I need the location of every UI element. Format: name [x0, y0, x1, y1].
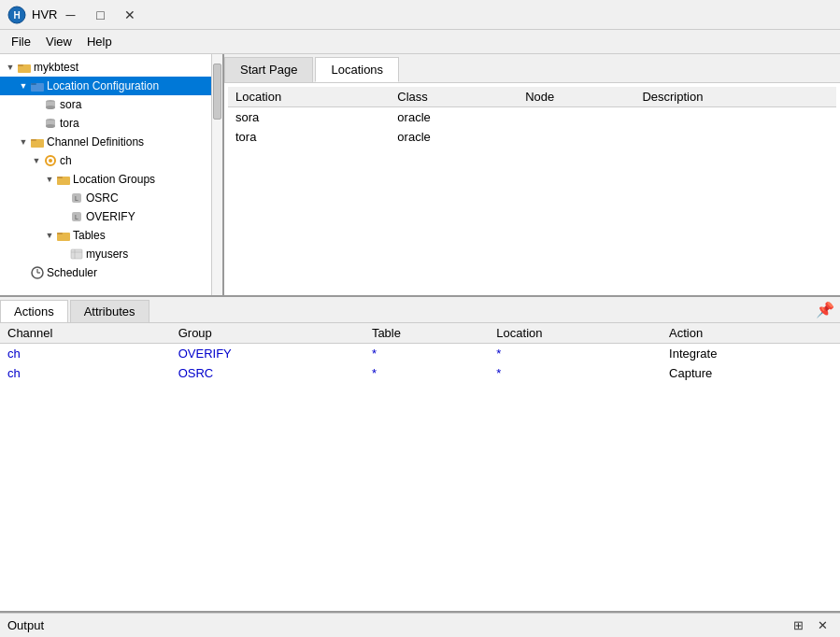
tab-start-page[interactable]: Start Page — [224, 57, 313, 82]
expand-ch[interactable]: ▼ — [30, 154, 43, 167]
folder-icon — [17, 60, 32, 75]
cell-node — [518, 107, 634, 128]
cell-class: oracle — [390, 107, 518, 128]
actions-table-container: Channel Group Table Location Action ch O… — [0, 323, 840, 611]
expand-loc-config[interactable]: ▼ — [17, 79, 30, 92]
svg-rect-24 — [71, 249, 82, 259]
actions-table-row[interactable]: ch OVERIFY * * Integrate — [0, 344, 840, 364]
tree-container: ▼ mykbtest ▼ Location Configuration — [0, 54, 222, 295]
tree-node-myusers[interactable]: · myusers — [0, 245, 222, 263]
cell-channel: ch — [0, 363, 171, 383]
tree-node-sora[interactable]: · sora — [0, 95, 222, 114]
window-controls: ─ □ ✕ — [57, 4, 143, 26]
col-header-action-location: Location — [489, 323, 662, 344]
cell-group: OVERIFY — [171, 344, 364, 364]
menu-file[interactable]: File — [4, 32, 38, 51]
folder-icon-locgroups — [56, 172, 71, 187]
menu-view[interactable]: View — [38, 32, 79, 51]
tree-node-label: mykbtest — [34, 61, 78, 74]
tree-node-label-loc-groups: Location Groups — [73, 173, 155, 186]
cell-class: oracle — [390, 127, 518, 147]
bottom-tabs: Actions Attributes 📌 — [0, 297, 840, 323]
tree-node-label-ch: ch — [60, 154, 72, 167]
loc-icon-osrc: L — [69, 191, 84, 205]
cell-table: * — [364, 344, 489, 364]
tree-node-label-tora: tora — [60, 117, 79, 130]
svg-point-11 — [46, 124, 55, 128]
svg-point-8 — [46, 106, 55, 109]
actions-table-row[interactable]: ch OSRC * * Capture — [0, 363, 840, 383]
tab-bar: Start Page Locations — [224, 54, 840, 83]
tree-node-label-loc-config: Location Configuration — [47, 79, 159, 92]
expand-mykbtest[interactable]: ▼ — [4, 61, 17, 74]
tab-locations[interactable]: Locations — [315, 57, 399, 82]
cell-group: OSRC — [171, 363, 364, 383]
menu-help[interactable]: Help — [79, 32, 120, 51]
bottom-tab-actions[interactable]: Actions — [0, 300, 68, 322]
col-header-location: Location — [228, 87, 390, 107]
expand-myusers: · — [56, 248, 69, 261]
output-close-button[interactable]: ✕ — [812, 616, 833, 635]
expand-loc-groups[interactable]: ▼ — [43, 173, 56, 186]
pin-icon[interactable]: 📌 — [810, 299, 840, 320]
tree-node-channel-def[interactable]: ▼ Channel Definitions — [0, 133, 222, 151]
tree-node-label-channel-def: Channel Definitions — [47, 135, 144, 149]
locations-data-table: Location Class Node Description sora ora… — [228, 87, 836, 147]
tree-scrollbar[interactable] — [211, 54, 222, 295]
expand-tables[interactable]: ▼ — [43, 229, 56, 242]
svg-rect-5 — [31, 83, 36, 85]
tree-node-osrc[interactable]: · L OSRC — [0, 189, 222, 207]
folder-blue-icon — [30, 78, 45, 93]
tree-node-overify[interactable]: · L OVERIFY — [0, 207, 222, 226]
output-expand-button[interactable]: ⊞ — [788, 616, 808, 635]
tree-node-tora[interactable]: · tora — [0, 114, 222, 133]
tree-node-label-sora: sora — [60, 98, 81, 111]
tree-node-label-myusers: myusers — [86, 248, 128, 261]
top-section: ▼ mykbtest ▼ Location Configuration — [0, 54, 840, 297]
locations-table: Location Class Node Description sora ora… — [224, 83, 840, 295]
tree-scrollbar-thumb[interactable] — [213, 64, 221, 120]
cell-description — [634, 127, 836, 147]
maximize-button[interactable]: □ — [87, 4, 113, 26]
loc-icon-overify: L — [69, 209, 84, 224]
tree-node-ch[interactable]: ▼ ch — [0, 151, 222, 170]
expand-osrc: · — [56, 191, 69, 205]
titlebar: H HVR ─ □ ✕ — [0, 0, 840, 30]
cell-action: Capture — [662, 363, 840, 383]
cell-node — [518, 127, 634, 147]
cell-location: sora — [228, 107, 390, 128]
tree-node-scheduler[interactable]: · Scheduler — [0, 263, 222, 282]
tree-node-label-scheduler: Scheduler — [47, 266, 97, 279]
clock-icon — [30, 265, 45, 280]
expand-sora: · — [30, 98, 43, 111]
col-header-group: Group — [171, 323, 364, 344]
output-bar: Output ⊞ ✕ — [0, 613, 840, 637]
col-header-node: Node — [518, 87, 634, 107]
bottom-tab-attributes[interactable]: Attributes — [70, 300, 149, 322]
cell-table: * — [364, 363, 489, 383]
menubar: File View Help — [0, 30, 840, 54]
app-title: HVR — [32, 7, 57, 21]
table-row[interactable]: tora oracle — [228, 127, 836, 147]
db-icon-tora — [43, 116, 58, 131]
tree-node-loc-groups[interactable]: ▼ Location Groups — [0, 170, 222, 189]
cell-action: Integrate — [662, 344, 840, 364]
svg-point-15 — [49, 159, 52, 163]
right-panel: Start Page Locations Location Class Node… — [224, 54, 840, 295]
output-label: Output — [7, 618, 788, 632]
folder-icon-tables — [56, 228, 71, 243]
actions-data-table: Channel Group Table Location Action ch O… — [0, 323, 840, 383]
svg-text:H: H — [13, 10, 20, 21]
tree-node-location-config[interactable]: ▼ Location Configuration — [0, 77, 222, 95]
bottom-section: Actions Attributes 📌 Channel Group Table… — [0, 297, 840, 613]
minimize-button[interactable]: ─ — [57, 4, 83, 26]
svg-rect-3 — [18, 64, 23, 66]
tree-node-mykbtest[interactable]: ▼ mykbtest — [0, 58, 222, 77]
table-row[interactable]: sora oracle — [228, 107, 836, 128]
close-button[interactable]: ✕ — [117, 4, 143, 26]
svg-rect-13 — [31, 139, 36, 141]
tree-node-tables[interactable]: ▼ Tables — [0, 226, 222, 245]
output-icons: ⊞ ✕ — [788, 616, 833, 635]
expand-channel-def[interactable]: ▼ — [17, 135, 30, 149]
app-logo: H — [7, 6, 26, 24]
